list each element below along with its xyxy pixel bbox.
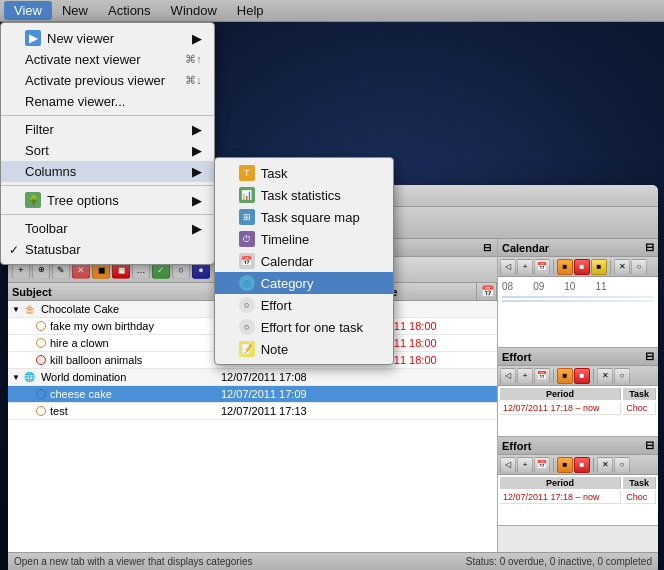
list-item[interactable]: 12/07/2011 17:18 – now Choc [500, 491, 656, 504]
eff2-tb-4[interactable]: ■ [557, 457, 573, 473]
effort-header-row: Period Task [500, 388, 656, 400]
eff2-sep2 [593, 458, 594, 472]
eff-tb-3[interactable]: 📅 [534, 368, 550, 384]
calendar-label: Calendar [502, 242, 549, 254]
extra-cell [477, 369, 497, 385]
eff-sep [553, 369, 554, 383]
eff2-tb-6[interactable]: ✕ [597, 457, 613, 473]
menu-help[interactable]: Help [227, 1, 274, 20]
tasks-panel-controls[interactable]: ⊟ [483, 242, 491, 253]
menu-view[interactable]: View [4, 1, 52, 20]
cal-tb-1[interactable]: ◁ [500, 259, 516, 275]
menu-entry-sort[interactable]: Sort ▶ [1, 140, 214, 161]
effort-content-2: Period Task 12/07/2011 17:18 – now Choc [498, 475, 658, 525]
status-bar: Open a new tab with a viewer that displa… [8, 552, 658, 570]
task-th-2: Task [623, 477, 656, 489]
period-cell-2: 12/07/2011 17:18 – now [500, 491, 621, 504]
extra-cell [477, 352, 497, 368]
menubar: View New Actions Window Help [0, 0, 664, 22]
menu-actions[interactable]: Actions [98, 1, 161, 20]
effort-label-1: Effort [502, 351, 531, 363]
shortcut-next: ⌘↑ [165, 53, 202, 66]
effort-panel-2: Effort ⊟ ◁ + 📅 ■ ■ ✕ ○ [498, 437, 658, 526]
eff-tb-1[interactable]: ◁ [500, 368, 516, 384]
submenu-task[interactable]: T Task [215, 162, 393, 184]
eff2-tb-1[interactable]: ◁ [500, 457, 516, 473]
eff-tb-4[interactable]: ■ [557, 368, 573, 384]
subject-cell: fake my own birthday [8, 318, 217, 334]
eff-tb-7[interactable]: ○ [614, 368, 630, 384]
task-cell: Choc [623, 402, 656, 415]
cal-tb-8[interactable]: ○ [631, 259, 647, 275]
subject-cell: ▼ 🌐 World domination [8, 369, 217, 385]
table-row[interactable]: test 12/07/2011 17:13 [8, 403, 497, 420]
menu-entry-new-viewer[interactable]: ▶ New viewer ▶ [1, 27, 214, 49]
subject-cell: cheese cake [8, 386, 217, 402]
eff2-tb-5[interactable]: ■ [574, 457, 590, 473]
submenu-task-stats[interactable]: 📊 Task statistics [215, 184, 393, 206]
effort-collapse-2[interactable]: ⊟ [645, 439, 654, 452]
submenu-timeline[interactable]: ⏱ Timeline [215, 228, 393, 250]
eff-tb-5[interactable]: ■ [574, 368, 590, 384]
cal-tb-5[interactable]: ■ [574, 259, 590, 275]
eff2-tb-2[interactable]: + [517, 457, 533, 473]
th-extra: 📅 [477, 283, 497, 300]
menu-entry-filter[interactable]: Filter ▶ [1, 119, 214, 140]
submenu-effort-one[interactable]: ○ Effort for one task [215, 316, 393, 338]
eff-tb-6[interactable]: ✕ [597, 368, 613, 384]
task-dot-icon [36, 389, 46, 399]
cal-tb-4[interactable]: ■ [557, 259, 573, 275]
effort-panel-1: Effort ⊟ ◁ + 📅 ■ ■ ✕ ○ [498, 348, 658, 437]
submenu-calendar[interactable]: 📅 Calendar [215, 250, 393, 272]
menu-entry-prev-viewer[interactable]: Activate previous viewer ⌘↓ [1, 70, 214, 91]
sort-arrow: ▶ [192, 143, 202, 158]
effort-table-2: Period Task 12/07/2011 17:18 – now Choc [498, 475, 658, 506]
task-dot-icon [36, 355, 46, 365]
menu-entry-tree-options[interactable]: 🌳 Tree options ▶ [1, 189, 214, 211]
eff-tb-2[interactable]: + [517, 368, 533, 384]
submenu-task-square[interactable]: ⊞ Task square map [215, 206, 393, 228]
effort-collapse-1[interactable]: ⊟ [645, 350, 654, 363]
menu-entry-next-viewer[interactable]: Activate next viewer ⌘↑ [1, 49, 214, 70]
note-icon: 📝 [239, 341, 255, 357]
task-icon: T [239, 165, 255, 181]
start-cell: 12/07/2011 17:09 [217, 386, 347, 402]
eff2-tb-7[interactable]: ○ [614, 457, 630, 473]
calendar-collapse[interactable]: ⊟ [645, 241, 654, 254]
extra-cell [477, 403, 497, 419]
cal-tb-3[interactable]: 📅 [534, 259, 550, 275]
separator-2 [1, 185, 214, 186]
cal-tb-2[interactable]: + [517, 259, 533, 275]
cal-sep2 [610, 260, 611, 274]
cal-sep [553, 260, 554, 274]
cal-bar-2 [502, 300, 654, 302]
subject-cell: test [8, 403, 217, 419]
menu-entry-rename[interactable]: Rename viewer... [1, 91, 214, 112]
due-cell [347, 403, 477, 419]
start-cell: 12/07/2011 17:08 [217, 369, 347, 385]
cal-tb-6[interactable]: ■ [591, 259, 607, 275]
submenu-note[interactable]: 📝 Note [215, 338, 393, 360]
checkmark-icon: ✓ [9, 243, 19, 257]
table-row[interactable]: cheese cake 12/07/2011 17:09 [8, 386, 497, 403]
filter-arrow: ▶ [192, 122, 202, 137]
effort-table-1: Period Task 12/07/2011 17:18 – now Choc [498, 386, 658, 417]
task-dot-icon [36, 321, 46, 331]
menu-entry-toolbar[interactable]: Toolbar ▶ [1, 218, 214, 239]
period-cell: 12/07/2011 17:18 – now [500, 402, 621, 415]
submenu-category[interactable]: ◎ Category [215, 272, 393, 294]
hour-09: 09 [533, 281, 544, 292]
menu-new[interactable]: New [52, 1, 98, 20]
menu-window[interactable]: Window [161, 1, 227, 20]
eff2-sep [553, 458, 554, 472]
eff2-tb-3[interactable]: 📅 [534, 457, 550, 473]
menu-entry-statusbar[interactable]: ✓ Statusbar [1, 239, 214, 260]
submenu-effort[interactable]: ○ Effort [215, 294, 393, 316]
list-item[interactable]: 12/07/2011 17:18 – now Choc [500, 402, 656, 415]
cal-tb-7[interactable]: ✕ [614, 259, 630, 275]
subject-cell: ▼ 🎂 Chocolate Cake [8, 301, 217, 317]
table-row[interactable]: ▼ 🌐 World domination 12/07/2011 17:08 [8, 369, 497, 386]
menu-entry-columns[interactable]: Columns ▶ [1, 161, 214, 182]
timeline-icon: ⏱ [239, 231, 255, 247]
toolbar-arrow: ▶ [192, 221, 202, 236]
